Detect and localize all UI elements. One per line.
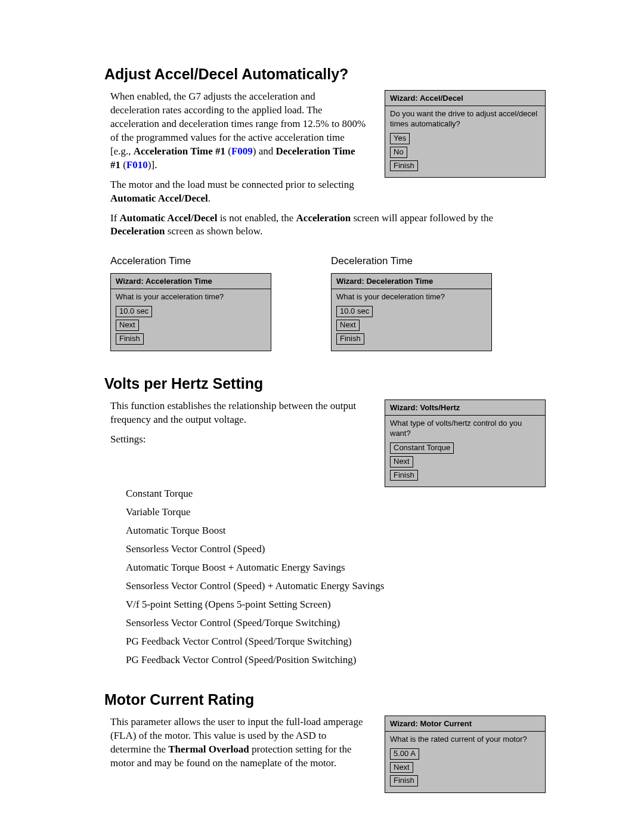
- section2-para1: This function establishes the relationsh…: [110, 400, 367, 427]
- text-frag: If: [110, 212, 120, 224]
- wizard-volts-hertz: Wizard: Volts/Hertz What type of volts/h…: [385, 400, 546, 487]
- settings-item: PG Feedback Vector Control (Speed/Torque…: [126, 635, 546, 649]
- text-frag: The motor and the load must be connected…: [110, 179, 354, 190]
- text-frag: is not enabled, the: [217, 212, 296, 224]
- value-field[interactable]: 5.00 A: [390, 748, 419, 760]
- text-bold: Thermal Overload: [168, 744, 249, 755]
- text-frag: )].: [148, 159, 157, 171]
- heading-motor-current-rating: Motor Current Rating: [104, 691, 546, 708]
- finish-button[interactable]: Finish: [390, 470, 418, 481]
- no-button[interactable]: No: [390, 147, 407, 158]
- yes-button[interactable]: Yes: [390, 133, 410, 144]
- text-frag: screen will appear followed by the: [351, 212, 493, 224]
- settings-item: Constant Torque: [126, 487, 546, 501]
- settings-item: Automatic Torque Boost + Automatic Energ…: [126, 561, 546, 575]
- text-bold: Automatic Accel/Decel: [120, 212, 218, 224]
- wizard-header: Wizard: Deceleration Time: [332, 274, 491, 289]
- finish-button[interactable]: Finish: [336, 333, 364, 345]
- text-frag: screen as shown below.: [165, 225, 263, 237]
- next-button[interactable]: Next: [390, 762, 413, 773]
- section3-para1: This parameter allows the user to input …: [110, 716, 367, 770]
- wizard-question: What is your acceleration time?: [116, 292, 266, 302]
- wizard-header: Wizard: Motor Current: [385, 716, 545, 732]
- settings-item: Sensorless Vector Control (Speed/Torque …: [126, 617, 546, 630]
- wizard-accel-decel: Wizard: Accel/Decel Do you want the driv…: [385, 90, 546, 178]
- value-field[interactable]: Constant Torque: [390, 442, 454, 454]
- link-f009[interactable]: F009: [231, 145, 253, 157]
- finish-button[interactable]: Finish: [390, 775, 418, 786]
- wizard-deceleration-time: Wizard: Deceleration Time What is your d…: [331, 273, 492, 351]
- settings-item: Variable Torque: [126, 506, 546, 519]
- next-button[interactable]: Next: [390, 456, 413, 467]
- value-field[interactable]: 10.0 sec: [116, 306, 152, 317]
- wizard-question: What is the rated current of your motor?: [390, 735, 540, 745]
- text-frag: ) and: [253, 145, 276, 157]
- settings-item: Sensorless Vector Control (Speed): [126, 543, 546, 556]
- link-f010[interactable]: F010: [126, 159, 148, 171]
- subhead-decel-time: Deceleration Time: [331, 255, 492, 267]
- settings-item: PG Feedback Vector Control (Speed/Positi…: [126, 654, 546, 667]
- section1-para1: When enabled, the G7 adjusts the acceler…: [110, 90, 367, 172]
- text-frag: .: [208, 193, 210, 204]
- settings-item: Sensorless Vector Control (Speed) + Auto…: [126, 580, 546, 593]
- text-bold: Automatic Accel/Decel: [110, 193, 208, 204]
- next-button[interactable]: Next: [336, 320, 360, 331]
- section1-para2: The motor and the load must be connected…: [110, 178, 367, 206]
- wizard-header: Wizard: Volts/Hertz: [385, 400, 545, 416]
- text-bold: Deceleration: [110, 225, 165, 237]
- text-bold: Acceleration: [296, 212, 351, 224]
- settings-list: Constant Torque Variable Torque Automati…: [126, 487, 546, 667]
- wizard-header: Wizard: Accel/Decel: [385, 91, 545, 106]
- value-field[interactable]: 10.0 sec: [336, 306, 373, 317]
- wizard-motor-current: Wizard: Motor Current What is the rated …: [385, 716, 546, 794]
- next-button[interactable]: Next: [116, 320, 139, 331]
- wizard-acceleration-time: Wizard: Acceleration Time What is your a…: [110, 273, 271, 351]
- wizard-question: What type of volts/hertz control do you …: [390, 419, 540, 439]
- settings-item: Automatic Torque Boost: [126, 524, 546, 538]
- subhead-accel-time: Acceleration Time: [110, 255, 271, 267]
- heading-adjust-accel-decel: Adjust Accel/Decel Automatically?: [104, 66, 546, 83]
- finish-button[interactable]: Finish: [390, 160, 418, 172]
- wizard-question: What is your deceleration time?: [336, 292, 487, 302]
- wizard-question: Do you want the drive to adjust accel/de…: [390, 109, 540, 129]
- section1-para3: If Automatic Accel/Decel is not enabled,…: [110, 212, 546, 239]
- settings-item: V/f 5-point Setting (Opens 5-point Setti…: [126, 598, 546, 612]
- heading-volts-per-hertz: Volts per Hertz Setting: [104, 375, 546, 392]
- wizard-header: Wizard: Acceleration Time: [111, 274, 271, 289]
- finish-button[interactable]: Finish: [116, 333, 144, 345]
- settings-label: Settings:: [110, 433, 367, 447]
- text-bold: Acceleration Time #1: [134, 145, 225, 157]
